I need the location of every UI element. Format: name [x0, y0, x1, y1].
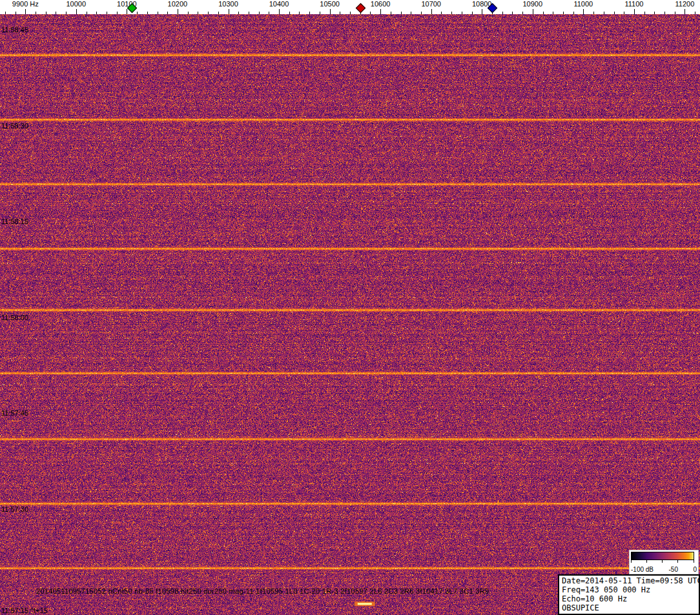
- major-tick: [583, 9, 584, 14]
- minor-tick: [421, 12, 422, 14]
- major-tick: [76, 9, 77, 14]
- minor-tick: [543, 12, 544, 14]
- minor-tick: [167, 12, 168, 14]
- info-echo: Echo=10 600 Hz: [562, 594, 696, 603]
- freq-tick-label: 10400: [269, 0, 289, 8]
- freq-tick-label: 10900: [523, 0, 543, 8]
- minor-tick: [512, 12, 513, 14]
- legend-label-mid: -50: [669, 566, 678, 573]
- minor-tick: [96, 12, 97, 14]
- minor-tick: [238, 12, 239, 14]
- frequency-scale: 9900 Hz100001010010200103001040010500106…: [0, 0, 700, 14]
- freq-tick-label: 10200: [168, 0, 188, 8]
- minor-tick: [249, 12, 249, 14]
- major-tick: [634, 9, 635, 14]
- minor-tick: [451, 12, 452, 14]
- minor-tick: [593, 12, 594, 14]
- minor-tick: [502, 12, 503, 14]
- freq-tick-label: 11200: [675, 0, 695, 8]
- minor-tick: [309, 12, 310, 14]
- bottom-time-annotation: ^t+15: [30, 607, 48, 614]
- minor-tick: [472, 12, 473, 14]
- minor-tick: [624, 12, 624, 14]
- red-diamond-marker[interactable]: [355, 3, 365, 14]
- freq-tick-label: 10500: [320, 0, 340, 8]
- db-color-scale-legend: -100 dB -50 0: [629, 550, 699, 574]
- minor-tick: [218, 12, 219, 14]
- minor-tick: [5, 12, 6, 14]
- minor-tick: [36, 12, 36, 14]
- minor-tick: [675, 12, 675, 14]
- freq-tick-label: 10000: [67, 0, 87, 8]
- major-tick: [533, 9, 533, 14]
- colormap-gradient-bar: [631, 552, 694, 563]
- spectrogram-canvas: [0, 14, 700, 615]
- minor-tick: [46, 12, 46, 14]
- freq-tick-label: 11000: [573, 0, 593, 8]
- minor-tick: [664, 12, 665, 14]
- major-tick: [330, 9, 331, 14]
- minor-tick: [299, 12, 300, 14]
- time-tick-label: 11:57:30: [1, 505, 28, 513]
- minor-tick: [340, 12, 340, 14]
- minor-tick: [56, 12, 56, 14]
- bottom-time-label: 11:57:15 ^t+15: [1, 607, 48, 614]
- spectrogram-window: 9900 Hz100001010010200103001040010500106…: [0, 0, 700, 615]
- minor-tick: [441, 12, 442, 14]
- minor-tick: [208, 12, 209, 14]
- freq-tick-label: 11100: [624, 0, 643, 8]
- legend-label-min: -100 dB: [631, 566, 654, 573]
- minor-tick: [259, 12, 260, 14]
- time-tick-label: 11:58:15: [1, 217, 28, 225]
- minor-tick: [614, 12, 615, 14]
- minor-tick: [695, 12, 695, 14]
- minor-tick: [573, 12, 574, 14]
- info-date-time: Date=2014-05-11 Time=09:58 UTC: [562, 576, 696, 585]
- legend-label-max: 0: [693, 566, 697, 573]
- minor-tick: [522, 12, 523, 14]
- minor-tick: [553, 12, 553, 14]
- major-tick: [279, 9, 280, 14]
- legend-labels-row: -100 dB -50 0: [631, 566, 697, 573]
- freq-tick-label: 9900 Hz: [12, 0, 39, 8]
- minor-tick: [320, 12, 320, 14]
- major-tick: [431, 9, 432, 14]
- major-tick: [25, 9, 26, 14]
- minor-tick: [107, 12, 107, 14]
- minor-tick: [401, 12, 402, 14]
- time-tick-label: 11:58:45: [1, 26, 28, 34]
- time-tick-label: 11:58:30: [1, 122, 28, 130]
- minor-tick: [391, 12, 391, 14]
- time-tick-label: 11:58:00: [1, 314, 28, 321]
- minor-tick: [188, 12, 189, 14]
- minor-tick: [137, 12, 138, 14]
- minor-tick: [198, 12, 198, 14]
- minor-tick: [350, 12, 351, 14]
- minor-tick: [66, 12, 67, 14]
- bottom-time-value: 11:57:15: [1, 607, 28, 614]
- minor-tick: [289, 12, 290, 14]
- major-tick: [127, 9, 127, 14]
- minor-tick: [411, 12, 411, 14]
- minor-tick: [117, 12, 118, 14]
- minor-tick: [644, 12, 645, 14]
- minor-tick: [604, 12, 604, 14]
- freq-tick-label: 10300: [218, 0, 238, 8]
- minor-tick: [87, 12, 87, 14]
- minor-tick: [370, 12, 371, 14]
- major-tick: [685, 9, 685, 14]
- minor-tick: [269, 12, 269, 14]
- minor-tick: [462, 12, 462, 14]
- time-tick-label: 11:57:45: [1, 409, 28, 417]
- waterfall-area: 11:58:4511:58:3011:58:1511:58:0011:57:45…: [0, 14, 700, 615]
- major-tick: [380, 9, 381, 14]
- minor-tick: [147, 12, 148, 14]
- detection-status-line: 20140511095715052 hCnt50 nb-85 f10598 hi…: [36, 587, 489, 595]
- major-tick: [482, 9, 482, 14]
- observation-info-box: Date=2014-05-11 Time=09:58 UTC Freq=143 …: [558, 574, 700, 615]
- info-frequency: Freq=143 050 000 Hz: [562, 585, 696, 594]
- freq-tick-label: 10600: [371, 0, 391, 8]
- major-tick: [229, 9, 229, 14]
- major-tick: [178, 9, 178, 14]
- minor-tick: [563, 12, 564, 14]
